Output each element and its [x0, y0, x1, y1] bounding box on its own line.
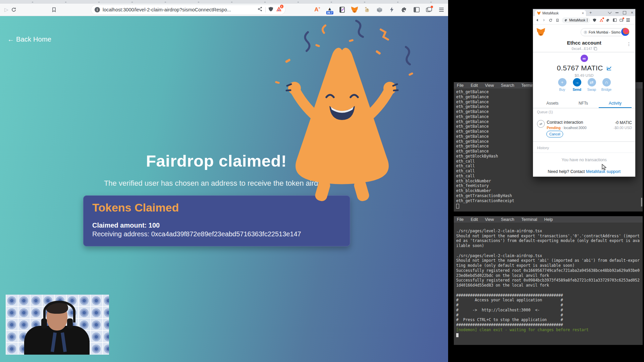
- sidebar-icon[interactable]: [612, 18, 617, 22]
- scrollbar-thumb[interactable]: [641, 198, 642, 206]
- copy-icon[interactable]: [594, 47, 597, 50]
- bolt-extension-icon[interactable]: [388, 6, 396, 14]
- rewards-badge: 1: [280, 5, 283, 8]
- tab-activity[interactable]: Activity: [609, 101, 622, 106]
- account-balance: 0.5767 MATIC: [557, 64, 603, 72]
- squirrel-extension-icon[interactable]: ?: [363, 6, 371, 14]
- bookmark-icon[interactable]: [555, 18, 559, 22]
- metamask-logo: [536, 28, 545, 36]
- profile-icon[interactable]: [425, 6, 433, 14]
- transaction-origin: · localhost:3000: [560, 126, 586, 130]
- divider: [533, 153, 635, 153]
- terminal-cursor: [456, 204, 459, 208]
- help-text: Need help? Contact: [548, 169, 586, 174]
- divider: [265, 7, 266, 12]
- close-window-icon[interactable]: ×: [631, 10, 633, 15]
- transaction-amount-usd: -$0.00 USD: [613, 126, 632, 130]
- network-name: Fork Mumbai - Sismo: [589, 31, 621, 34]
- cancel-button[interactable]: Cancel: [546, 131, 563, 137]
- url-text[interactable]: localhost:3000/level-2-claim-airdrop?sis…: [103, 7, 255, 12]
- kebab-menu-icon[interactable]: ⋮: [627, 41, 631, 47]
- reload-icon[interactable]: [548, 18, 553, 22]
- price-chart-icon[interactable]: [607, 66, 611, 70]
- menu-terminal[interactable]: Terminal: [521, 217, 537, 222]
- menu-file[interactable]: File: [457, 217, 464, 222]
- wallet-icon[interactable]: [619, 18, 624, 22]
- new-tab-icon[interactable]: +: [589, 10, 592, 15]
- metamask-popup: ? Fork Mumbai - Sismo Ethcc account 0xca…: [533, 24, 635, 177]
- empty-history-text: You have no transactions: [533, 158, 635, 162]
- network-selector[interactable]: ? Fork Mumbai - Sismo: [581, 28, 627, 36]
- svg-text:?: ?: [367, 9, 368, 12]
- buy-button[interactable]: + Buy: [555, 78, 570, 92]
- account-name: Ethcc account: [533, 40, 635, 46]
- minimize-icon[interactable]: [615, 12, 619, 13]
- account-address[interactable]: 0xca4...E147: [533, 47, 635, 51]
- close-tab-icon[interactable]: ×: [582, 11, 584, 15]
- package-extension-icon[interactable]: [375, 6, 383, 14]
- maximize-icon[interactable]: [623, 11, 626, 14]
- back-icon[interactable]: [535, 18, 539, 22]
- bridge-button[interactable]: ∩ Bridge: [599, 78, 614, 92]
- mouse-cursor: [602, 164, 607, 171]
- metamask-extension-icon[interactable]: [351, 6, 359, 14]
- menu-edit[interactable]: Edit: [471, 83, 478, 88]
- tab-strip[interactable]: [0, 0, 448, 4]
- puzzle-extension-icon[interactable]: [400, 6, 408, 14]
- account-avatar[interactable]: [621, 28, 629, 36]
- menu-view[interactable]: View: [485, 217, 494, 222]
- menu-help[interactable]: Help: [544, 217, 553, 222]
- terminal-menubar: File Edit View Search Terminal Help: [454, 216, 643, 223]
- brave-shield-icon[interactable]: [268, 6, 273, 13]
- menu-search[interactable]: Search: [501, 217, 515, 222]
- address-bar[interactable]: MetaMask: [562, 17, 590, 23]
- menu-icon[interactable]: [626, 18, 630, 22]
- wallet-tabs: Assets NFTs Activity: [533, 99, 635, 108]
- metamask-toolbar: MetaMask: [533, 16, 635, 24]
- menu-search[interactable]: Search: [501, 83, 515, 88]
- metamask-tab-bar: MetaMask × + ×: [533, 9, 635, 16]
- terminal-window-dev-server: File Edit View Search Terminal Help ./sr…: [454, 216, 643, 345]
- contract-interaction-icon: ⇄: [537, 120, 545, 128]
- terminal-cursor: [456, 333, 459, 337]
- send-button[interactable]: → Send: [570, 78, 584, 92]
- reload-icon[interactable]: [10, 6, 17, 13]
- transaction-amount: -0 MATIC: [615, 120, 632, 125]
- menu-file[interactable]: File: [457, 83, 464, 88]
- swap-button[interactable]: ⇄ Swap: [584, 78, 599, 92]
- journal-extension-icon[interactable]: [338, 6, 346, 14]
- adblock-extension-icon[interactable]: A+: [313, 6, 321, 14]
- tab-assets[interactable]: Assets: [546, 101, 558, 106]
- notification-dot: [602, 17, 604, 19]
- forward-icon[interactable]: ▷: [3, 6, 10, 13]
- brave-shield-icon[interactable]: [592, 18, 597, 22]
- swap-icon: ⇄: [588, 78, 596, 86]
- network-icon: ?: [584, 31, 587, 34]
- browser-toolbar: ▷ i localhost:3000/level-2-claim-airdrop…: [0, 4, 448, 16]
- extension-pin-icon: [565, 19, 568, 22]
- metamask-browser-tab[interactable]: MetaMask ×: [535, 10, 586, 16]
- queue-label: Queue (1): [537, 110, 553, 114]
- menu-view[interactable]: View: [485, 83, 494, 88]
- notification-dot: [623, 17, 624, 19]
- sidebar-icon[interactable]: [413, 6, 421, 14]
- url-bar[interactable]: i localhost:3000/level-2-claim-airdrop?s…: [91, 5, 285, 14]
- page-content: ← Back Home Fairdrop claimed! The verifi…: [0, 16, 448, 362]
- share-icon[interactable]: [257, 6, 263, 13]
- forward-icon[interactable]: [542, 18, 546, 22]
- info-icon[interactable]: i: [95, 7, 100, 12]
- back-home-link[interactable]: ← Back Home: [7, 36, 51, 43]
- bat-rewards-icon[interactable]: 1: [276, 6, 282, 13]
- transaction-title[interactable]: Contract interaction: [547, 120, 583, 125]
- divider: [533, 141, 635, 142]
- gas-price-extension-icon[interactable]: ▲ 39.7: [326, 6, 334, 14]
- menu-icon[interactable]: [437, 6, 445, 14]
- bat-rewards-icon[interactable]: [599, 18, 603, 22]
- chevron-down-icon[interactable]: [608, 10, 612, 14]
- bookmark-icon[interactable]: [50, 6, 58, 13]
- divider: [533, 52, 635, 52]
- notification-dot: [431, 6, 433, 8]
- tab-nfts[interactable]: NFTs: [579, 101, 588, 106]
- puzzle-icon[interactable]: [606, 18, 610, 22]
- menu-edit[interactable]: Edit: [471, 217, 478, 222]
